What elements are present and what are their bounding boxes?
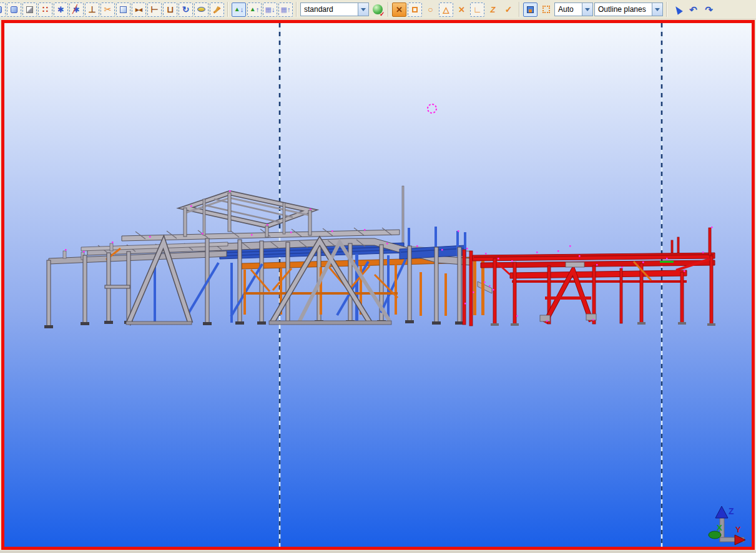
gradient-square-icon: [26, 6, 33, 13]
snap-perpendicular-icon[interactable]: ⊥: [85, 2, 99, 17]
orange-square-icon: [412, 7, 418, 12]
chevron-down-icon: [361, 8, 366, 11]
axis-gizmo: Z Y X: [709, 506, 745, 545]
tee-icon: ⊢: [150, 5, 158, 14]
snap-override-zigzag-icon[interactable]: Z: [486, 2, 500, 17]
snap-intersection-icon[interactable]: ✱: [54, 2, 68, 17]
loop-arrow-icon: ↻: [182, 5, 190, 14]
environment-check-icon[interactable]: ✓: [370, 2, 385, 17]
snap-intersection-alt-icon[interactable]: ✱╱: [69, 2, 84, 17]
toolbar-separator: [296, 2, 297, 17]
toolbar-separator: [227, 2, 228, 17]
blue-square-icon: [0, 6, 2, 13]
snap-mid-point-icon[interactable]: ⊔: [163, 2, 177, 17]
combo-dropdown-button[interactable]: [652, 3, 662, 16]
plane-disc-icon: [197, 7, 205, 12]
snap-nearest-point-icon[interactable]: [22, 2, 37, 17]
snap-geometry-points-icon[interactable]: [7, 2, 21, 17]
cross-icon: ✕: [458, 6, 465, 14]
box-in-box-icon: [120, 6, 127, 13]
arrow-down-icon: ↓: [272, 6, 275, 13]
snap-free-icon[interactable]: [116, 2, 130, 17]
plane-combo[interactable]: Auto: [554, 2, 593, 16]
plane-combo-value: Auto: [555, 3, 582, 16]
arrow-up-icon: ↑: [256, 6, 260, 13]
snap-override-circle-icon[interactable]: ○: [423, 2, 438, 17]
select-cursor-icon[interactable]: [670, 2, 685, 17]
snap-override-corner-icon[interactable]: ∟: [470, 2, 484, 17]
snap-override-origin-icon[interactable]: ✕: [392, 2, 406, 17]
plane-type-combo-value: Outline planes: [595, 3, 652, 16]
right-angle-icon: ∟: [473, 5, 482, 14]
grid-icon: ▦: [281, 6, 287, 13]
redo-icon[interactable]: ↷: [702, 2, 716, 17]
scissors-icon: ✂: [104, 5, 112, 14]
representation-combo[interactable]: standard: [300, 2, 369, 16]
depth-down-icon[interactable]: ▲↓: [232, 2, 246, 17]
model-viewport[interactable]: Z Y X: [1, 20, 755, 550]
chevron-down-icon: [655, 8, 660, 11]
toolbar-separator: [666, 2, 667, 17]
snap-cursor-circle: [428, 104, 436, 113]
ortho-toggle-icon[interactable]: [523, 2, 538, 17]
pointer-icon: [673, 4, 683, 14]
redo-arrow-icon: ↷: [705, 5, 713, 14]
canopy-frame: [184, 193, 312, 237]
plumb-icon: ⊥: [88, 5, 96, 14]
cross-icon: ✕: [396, 6, 403, 14]
combo-dropdown-button[interactable]: [582, 3, 592, 16]
undo-icon[interactable]: ↶: [686, 2, 700, 17]
circle-icon: ○: [428, 5, 433, 14]
orange-frame: [243, 265, 447, 316]
two-tone-square-icon: [527, 6, 534, 13]
undo-arrow-icon: ↶: [689, 5, 697, 14]
steel-structure-red: [463, 228, 715, 326]
z-axis-label: Z: [729, 506, 734, 516]
arrows-center-icon: ▸◂: [135, 6, 142, 13]
arrow-down-icon: ↓: [240, 6, 244, 13]
snap-plane-icon[interactable]: [194, 2, 209, 17]
snap-override-triangle-icon[interactable]: △: [439, 2, 453, 17]
snap-cut-line-icon[interactable]: ✂: [101, 2, 115, 17]
blue-square-icon: [11, 6, 17, 13]
grid-step-up-icon[interactable]: ▦↑: [278, 2, 293, 17]
plane-type-combo[interactable]: Outline planes: [594, 2, 663, 16]
snap-override-check-icon[interactable]: ✓: [501, 2, 516, 17]
model-scene: Z Y X: [4, 23, 752, 547]
zigzag-icon: Z: [491, 6, 496, 14]
arrow-up-icon: ↑: [287, 6, 291, 13]
red-slash-icon: ╱: [72, 5, 77, 13]
inner-square: [529, 9, 532, 12]
green-mark: [660, 261, 674, 263]
snap-end-point-icon[interactable]: ⊢: [147, 2, 162, 17]
y-axis-label: Y: [735, 525, 741, 534]
dotted-square-icon: [542, 6, 550, 13]
u-bolt-icon: ⊔: [167, 5, 174, 14]
snap-any-position-icon[interactable]: ∷: [38, 2, 52, 17]
cone-icon: ▲: [234, 6, 240, 12]
snap-toolbar: ∷ ✱ ✱╱ ⊥ ✂ ▸◂ ⊢ ⊔ ↻ ▲↓ ▲↑ ▦↓ ▦↑ standard…: [0, 0, 756, 19]
check-icon: ✓: [380, 11, 385, 17]
red-dots-icon: ∷: [42, 5, 48, 14]
snap-override-cross-icon[interactable]: ✕: [454, 2, 469, 17]
check-icon: ✓: [505, 5, 513, 14]
representation-combo-value: standard: [301, 3, 358, 16]
vertex-snap-icon[interactable]: [539, 2, 553, 17]
grid-icon: ▦: [265, 6, 272, 13]
toolbar-separator: [388, 2, 389, 17]
chevron-down-icon: [585, 8, 590, 11]
snap-hammer-icon[interactable]: [210, 2, 224, 17]
snap-loop-icon[interactable]: ↻: [179, 2, 193, 17]
snap-center-icon[interactable]: ▸◂: [132, 2, 146, 17]
combo-dropdown-button[interactable]: [358, 3, 368, 16]
snap-override-square-icon[interactable]: [408, 2, 422, 17]
application-window: ∷ ✱ ✱╱ ⊥ ✂ ▸◂ ⊢ ⊔ ↻ ▲↓ ▲↑ ▦↓ ▦↑ standard…: [0, 0, 756, 553]
y-axis-arrow: [735, 535, 745, 545]
toolbar-separator: [519, 2, 520, 17]
asterisk-icon: ✱: [57, 6, 64, 14]
grid-step-down-icon[interactable]: ▦↓: [263, 2, 277, 17]
snap-reference-points-icon[interactable]: [0, 2, 6, 17]
cone-icon: ▲: [250, 6, 256, 12]
depth-up-icon[interactable]: ▲↑: [247, 2, 262, 17]
x-axis-label: X: [717, 523, 722, 532]
